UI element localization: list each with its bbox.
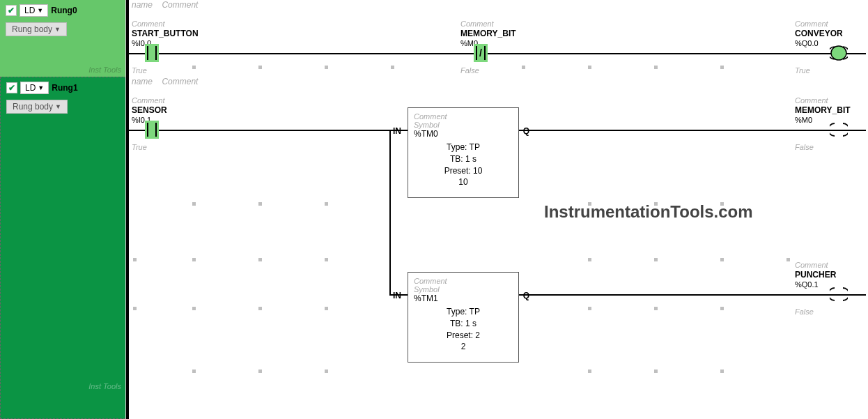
rung1-body-select[interactable]: Rung body ▼ bbox=[6, 100, 68, 114]
timer2-value: 2 bbox=[414, 341, 513, 353]
svg-point-0 bbox=[831, 46, 846, 60]
rung1-lang-label: LD bbox=[25, 83, 36, 93]
timer1-pin-in: IN bbox=[393, 126, 401, 136]
timer1-pin-q: Q bbox=[523, 126, 529, 136]
timer2-tb: TB: 1 s bbox=[414, 318, 513, 330]
timer1-type: Type: TP bbox=[414, 142, 513, 153]
rung0-enabled-check[interactable]: ✔ bbox=[6, 5, 17, 16]
timer2-block[interactable]: IN Q Comment Symbol %TM1 Type: TP TB: 1 … bbox=[408, 272, 519, 363]
rung0-canvas-header: name Comment bbox=[132, 0, 198, 10]
chevron-down-icon: ▼ bbox=[54, 26, 61, 33]
rung0-contact1[interactable] bbox=[147, 46, 157, 60]
header-name-label: name bbox=[132, 77, 153, 86]
timer2-preset: Preset: 2 bbox=[414, 330, 513, 342]
rung0-body-select[interactable]: Rung body ▼ bbox=[6, 22, 67, 36]
rung1-contact1[interactable] bbox=[147, 123, 157, 137]
chevron-down-icon: ▼ bbox=[38, 84, 44, 91]
rung0-contact2[interactable]: / bbox=[476, 46, 486, 60]
rung0-contact1-label: Comment START_BUTTON %I0.0 True bbox=[132, 20, 199, 75]
rung1-coil2[interactable] bbox=[830, 287, 848, 302]
timer2-type: Type: TP bbox=[414, 306, 513, 318]
rung1-canvas-header: name Comment bbox=[132, 77, 198, 86]
rung1-canvas[interactable]: name Comment Comment SENSOR %I0.1 True I… bbox=[125, 77, 868, 419]
rung0-lang-select[interactable]: LD ▼ bbox=[20, 4, 48, 17]
rung1-name: Rung1 bbox=[52, 83, 77, 93]
watermark-small: Inst Tools bbox=[88, 382, 121, 390]
timer1-value: 10 bbox=[414, 176, 513, 188]
timer2-pin-in: IN bbox=[393, 291, 401, 300]
chevron-down-icon: ▼ bbox=[55, 103, 61, 110]
header-comment-label: Comment bbox=[162, 77, 198, 86]
rung0-lang-label: LD bbox=[24, 6, 35, 15]
watermark-large: InstrumentationTools.com bbox=[544, 202, 753, 222]
rung1-enabled-check[interactable]: ✔ bbox=[6, 82, 17, 93]
rung1-lang-select[interactable]: LD ▼ bbox=[20, 82, 49, 94]
rung0-sidebar: ✔ LD ▼ Rung0 Rung body ▼ Inst Tools bbox=[0, 0, 125, 77]
rung0-canvas[interactable]: name Comment Comment START_BUTTON %I0.0 … bbox=[125, 0, 868, 77]
rung0-coil[interactable] bbox=[830, 45, 848, 61]
rung1-body-label: Rung body bbox=[13, 102, 53, 112]
rung1-coil1[interactable] bbox=[830, 122, 848, 137]
watermark-small: Inst Tools bbox=[88, 66, 121, 74]
timer1-tb: TB: 1 s bbox=[414, 153, 513, 165]
nc-slash: / bbox=[479, 47, 482, 59]
rung1-wire-left bbox=[129, 130, 408, 131]
header-name-label: name bbox=[132, 0, 153, 10]
rung0-name: Rung0 bbox=[51, 6, 77, 15]
rung0-contact2-label: Comment MEMORY_BIT %M0 False bbox=[460, 20, 516, 75]
timer2-pin-q: Q bbox=[523, 291, 529, 300]
timer1-block[interactable]: IN Q Comment Symbol %TM0 Type: TP TB: 1 … bbox=[408, 107, 519, 198]
chevron-down-icon: ▼ bbox=[37, 7, 43, 14]
rung1-sidebar: ✔ LD ▼ Rung1 Rung body ▼ Inst Tools bbox=[0, 77, 125, 419]
timer1-preset: Preset: 10 bbox=[414, 165, 513, 177]
header-comment-label: Comment bbox=[162, 0, 198, 10]
rung1-wire-vert bbox=[389, 130, 391, 296]
rung0-body-label: Rung body bbox=[12, 24, 52, 34]
